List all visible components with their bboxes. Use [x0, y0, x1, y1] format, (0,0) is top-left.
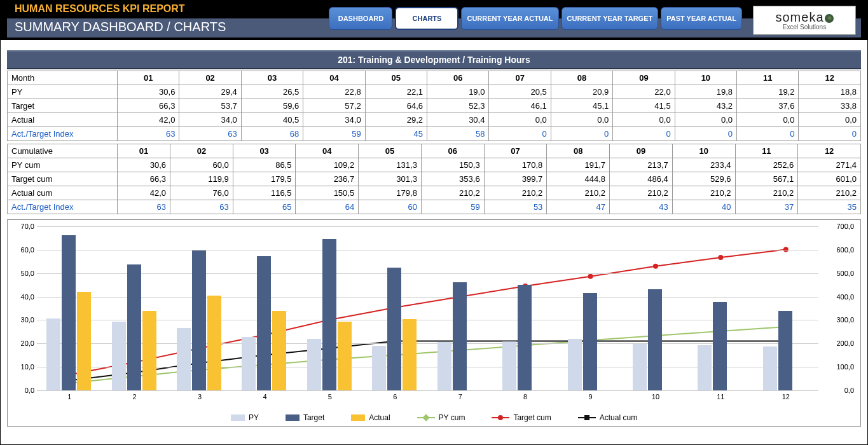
data-cell: 0,0: [489, 113, 551, 127]
data-cell: 0,0: [675, 113, 736, 127]
y-left-label: 40,0: [11, 293, 34, 301]
data-cell: 53,7: [179, 99, 241, 113]
table-row: PY cum30,660,086,5109,2131,3150,3170,819…: [8, 158, 861, 172]
data-cell: 58: [427, 127, 489, 141]
x-label: 11: [717, 393, 724, 400]
data-cell: 33,8: [799, 99, 861, 113]
data-cell: 60,0: [170, 158, 233, 172]
data-cell: 399,7: [484, 172, 547, 186]
y-left-label: 50,0: [11, 270, 34, 277]
table-row: PY30,629,426,522,822,119,020,520,922,019…: [8, 85, 861, 99]
section-title: 201: Training & Development / Training H…: [7, 50, 861, 69]
row-label: Act./Target Index: [8, 127, 118, 141]
data-cell: 0: [551, 127, 612, 141]
nav-cy-actual[interactable]: CURRENT YEAR ACTUAL: [461, 7, 558, 30]
month-header: 04: [296, 144, 359, 158]
grid-line: [37, 297, 818, 298]
bar-target: [648, 289, 662, 390]
bar-py: [46, 318, 60, 390]
x-label: 7: [458, 393, 462, 400]
legend: PY Target Actual PY cum Target cum Actua…: [8, 413, 860, 422]
data-cell: 486,4: [610, 172, 673, 186]
data-cell: 59,6: [241, 99, 303, 113]
bar-py: [242, 337, 256, 390]
logo-ball-icon: [825, 14, 834, 23]
data-cell: 210,2: [672, 186, 735, 200]
y-right-label: 500,0: [822, 270, 854, 277]
x-label: 2: [133, 393, 137, 400]
logo-main: someka: [775, 11, 833, 24]
legend-targetcum: Target cum: [492, 413, 551, 422]
data-cell: 150,5: [296, 186, 359, 200]
data-cell: 37: [735, 200, 798, 214]
data-cell: 179,5: [233, 172, 296, 186]
data-cell: 210,2: [484, 186, 547, 200]
data-cell: 0,0: [613, 113, 675, 127]
bar-target: [257, 256, 271, 390]
data-cell: 53: [484, 200, 547, 214]
row-label: PY: [8, 85, 118, 99]
data-cell: 45,1: [551, 99, 612, 113]
data-cell: 19,2: [737, 85, 799, 99]
data-cell: 191,7: [547, 158, 610, 172]
legend-actualcum: Actual cum: [578, 413, 637, 422]
data-cell: 22,8: [303, 85, 365, 99]
data-cell: 529,6: [672, 172, 735, 186]
legend-pycum: PY cum: [417, 413, 465, 422]
y-right-label: 700,0: [822, 222, 854, 230]
data-cell: 30,6: [118, 158, 170, 172]
row-label: PY cum: [8, 158, 118, 172]
nav-py-actual[interactable]: PAST YEAR ACTUAL: [661, 7, 742, 30]
legend-actual: Actual: [351, 413, 390, 422]
data-cell: 86,5: [233, 158, 296, 172]
data-cell: 20,5: [489, 85, 551, 99]
data-cell: 35: [798, 200, 861, 214]
data-cell: 59: [421, 200, 484, 214]
data-cell: 52,3: [427, 99, 489, 113]
x-label: 4: [263, 393, 266, 400]
data-cell: 34,0: [179, 113, 241, 127]
plot-area: 0,00,010,0100,020,0200,030,0300,040,0400…: [37, 226, 818, 391]
month-header: 08: [551, 71, 612, 85]
data-cell: 63: [118, 127, 179, 141]
bar-target: [778, 311, 792, 390]
data-cell: 64: [296, 200, 359, 214]
data-cell: 210,2: [421, 186, 484, 200]
data-cell: 65: [233, 200, 296, 214]
data-cell: 19,8: [675, 85, 736, 99]
data-cell: 109,2: [296, 158, 359, 172]
data-cell: 301,3: [359, 172, 422, 186]
data-cell: 43,2: [675, 99, 736, 113]
data-cell: 42,0: [118, 186, 170, 200]
data-cell: 0,0: [799, 113, 861, 127]
nav-cy-target[interactable]: CURRENT YEAR TARGET: [561, 7, 659, 30]
data-cell: 119,9: [170, 172, 233, 186]
bar-actual: [403, 319, 417, 390]
month-header: 04: [303, 71, 365, 85]
data-cell: 26,5: [241, 85, 303, 99]
nav-dashboard[interactable]: DASHBOARD: [329, 7, 392, 30]
data-cell: 40: [672, 200, 735, 214]
x-label: 3: [198, 393, 202, 400]
bar-py: [568, 339, 582, 390]
data-cell: 29,4: [179, 85, 241, 99]
month-header: 09: [613, 71, 675, 85]
data-cell: 0: [737, 127, 799, 141]
data-cell: 116,5: [233, 186, 296, 200]
header: HUMAN RESOURCES KPI REPORT SUMMARY DASHB…: [1, 1, 867, 40]
app-container: HUMAN RESOURCES KPI REPORT SUMMARY DASHB…: [0, 0, 868, 445]
nav-charts[interactable]: CHARTS: [395, 7, 458, 30]
data-cell: 0: [675, 127, 736, 141]
bar-actual: [272, 311, 286, 390]
y-left-label: 0,0: [11, 387, 34, 394]
bar-py: [698, 345, 712, 390]
data-cell: 46,1: [489, 99, 551, 113]
row-label: Target: [8, 99, 118, 113]
month-header: 09: [610, 144, 673, 158]
data-cell: 233,4: [672, 158, 735, 172]
data-cell: 271,4: [798, 158, 861, 172]
bar-py: [502, 341, 516, 390]
y-right-label: 300,0: [822, 316, 854, 324]
month-header: 07: [484, 144, 547, 158]
cumulative-table: Cumulative010203040506070809101112PY cum…: [7, 144, 861, 214]
